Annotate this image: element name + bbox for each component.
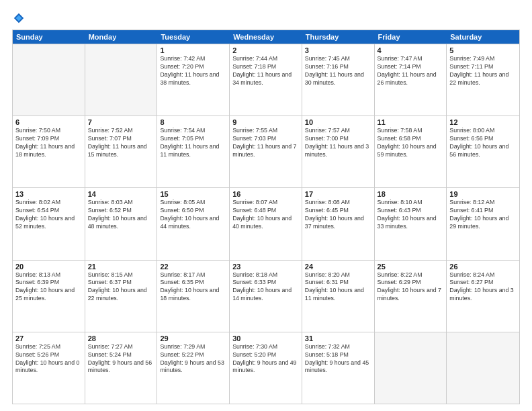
day-info: Sunrise: 8:05 AM Sunset: 6:50 PM Dayligh… xyxy=(160,199,226,231)
day-number: 11 xyxy=(378,118,444,126)
day-info: Sunrise: 8:15 AM Sunset: 6:37 PM Dayligh… xyxy=(88,271,154,304)
day-info: Sunrise: 8:07 AM Sunset: 6:48 PM Dayligh… xyxy=(232,199,299,231)
cal-cell: 9Sunrise: 7:55 AM Sunset: 7:03 PM Daylig… xyxy=(230,116,302,187)
cal-cell: 13Sunrise: 8:02 AM Sunset: 6:54 PM Dayli… xyxy=(13,188,85,259)
cal-cell: 6Sunrise: 7:50 AM Sunset: 7:09 PM Daylig… xyxy=(13,116,85,187)
header-day-saturday: Saturday xyxy=(447,30,519,44)
cal-cell: 1Sunrise: 7:42 AM Sunset: 7:20 PM Daylig… xyxy=(157,44,230,116)
cal-cell xyxy=(447,332,519,404)
cal-cell: 21Sunrise: 8:15 AM Sunset: 6:37 PM Dayli… xyxy=(85,261,158,332)
day-number: 22 xyxy=(160,263,226,271)
cal-cell: 22Sunrise: 8:17 AM Sunset: 6:35 PM Dayli… xyxy=(157,261,230,332)
day-info: Sunrise: 8:02 AM Sunset: 6:54 PM Dayligh… xyxy=(15,199,82,231)
day-number: 28 xyxy=(88,334,154,342)
day-info: Sunrise: 8:20 AM Sunset: 6:31 PM Dayligh… xyxy=(305,271,371,304)
day-info: Sunrise: 7:27 AM Sunset: 5:24 PM Dayligh… xyxy=(88,343,154,375)
day-number: 7 xyxy=(88,118,154,126)
calendar-body: 1Sunrise: 7:42 AM Sunset: 7:20 PM Daylig… xyxy=(13,44,519,404)
day-number: 8 xyxy=(160,118,226,126)
calendar-header: SundayMondayTuesdayWednesdayThursdayFrid… xyxy=(13,30,519,44)
day-info: Sunrise: 8:08 AM Sunset: 6:45 PM Dayligh… xyxy=(305,199,371,231)
header-day-friday: Friday xyxy=(375,30,447,44)
cal-cell: 28Sunrise: 7:27 AM Sunset: 5:24 PM Dayli… xyxy=(85,332,158,404)
day-info: Sunrise: 7:44 AM Sunset: 7:18 PM Dayligh… xyxy=(232,55,299,87)
logo-icon xyxy=(13,12,25,24)
week-row-5: 27Sunrise: 7:25 AM Sunset: 5:26 PM Dayli… xyxy=(13,332,519,404)
cal-cell xyxy=(85,44,158,116)
day-number: 1 xyxy=(160,46,226,54)
cal-cell: 20Sunrise: 8:13 AM Sunset: 6:39 PM Dayli… xyxy=(13,261,85,332)
day-info: Sunrise: 7:47 AM Sunset: 7:14 PM Dayligh… xyxy=(378,55,444,87)
day-number: 26 xyxy=(449,263,517,271)
day-number: 5 xyxy=(449,46,517,54)
header-day-thursday: Thursday xyxy=(302,30,375,44)
logo xyxy=(12,12,26,24)
day-number: 16 xyxy=(232,190,299,198)
day-info: Sunrise: 8:12 AM Sunset: 6:41 PM Dayligh… xyxy=(449,199,517,231)
day-number: 20 xyxy=(15,263,82,271)
cal-cell: 3Sunrise: 7:45 AM Sunset: 7:16 PM Daylig… xyxy=(302,44,375,116)
cal-cell: 29Sunrise: 7:29 AM Sunset: 5:22 PM Dayli… xyxy=(157,332,230,404)
cal-cell: 14Sunrise: 8:03 AM Sunset: 6:52 PM Dayli… xyxy=(85,188,158,259)
week-row-1: 1Sunrise: 7:42 AM Sunset: 7:20 PM Daylig… xyxy=(13,44,519,116)
day-info: Sunrise: 8:00 AM Sunset: 6:56 PM Dayligh… xyxy=(449,127,517,159)
cal-cell: 7Sunrise: 7:52 AM Sunset: 7:07 PM Daylig… xyxy=(85,116,158,187)
day-number: 29 xyxy=(160,334,226,342)
cal-cell: 2Sunrise: 7:44 AM Sunset: 7:18 PM Daylig… xyxy=(230,44,302,116)
cal-cell: 18Sunrise: 8:10 AM Sunset: 6:43 PM Dayli… xyxy=(375,188,447,259)
day-number: 31 xyxy=(305,334,371,342)
cal-cell: 4Sunrise: 7:47 AM Sunset: 7:14 PM Daylig… xyxy=(375,44,447,116)
week-row-2: 6Sunrise: 7:50 AM Sunset: 7:09 PM Daylig… xyxy=(13,116,519,187)
cal-cell: 17Sunrise: 8:08 AM Sunset: 6:45 PM Dayli… xyxy=(302,188,375,259)
day-number: 12 xyxy=(449,118,517,126)
day-info: Sunrise: 7:45 AM Sunset: 7:16 PM Dayligh… xyxy=(305,55,371,87)
header-day-tuesday: Tuesday xyxy=(157,30,230,44)
day-info: Sunrise: 8:13 AM Sunset: 6:39 PM Dayligh… xyxy=(15,271,82,304)
header-day-sunday: Sunday xyxy=(13,30,85,44)
header-day-monday: Monday xyxy=(85,30,158,44)
day-number: 19 xyxy=(449,190,517,198)
day-number: 6 xyxy=(15,118,82,126)
cal-cell: 25Sunrise: 8:22 AM Sunset: 6:29 PM Dayli… xyxy=(375,261,447,332)
day-info: Sunrise: 8:17 AM Sunset: 6:35 PM Dayligh… xyxy=(160,271,226,304)
day-info: Sunrise: 8:10 AM Sunset: 6:43 PM Dayligh… xyxy=(378,199,444,231)
cal-cell: 11Sunrise: 7:58 AM Sunset: 6:58 PM Dayli… xyxy=(375,116,447,187)
day-info: Sunrise: 7:30 AM Sunset: 5:20 PM Dayligh… xyxy=(232,343,299,375)
header-day-wednesday: Wednesday xyxy=(230,30,302,44)
cal-cell: 8Sunrise: 7:54 AM Sunset: 7:05 PM Daylig… xyxy=(157,116,230,187)
day-number: 9 xyxy=(232,118,299,126)
day-info: Sunrise: 7:32 AM Sunset: 5:18 PM Dayligh… xyxy=(305,343,371,375)
cal-cell: 15Sunrise: 8:05 AM Sunset: 6:50 PM Dayli… xyxy=(157,188,230,259)
cal-cell: 23Sunrise: 8:18 AM Sunset: 6:33 PM Dayli… xyxy=(230,261,302,332)
cal-cell xyxy=(13,44,85,116)
cal-cell: 26Sunrise: 8:24 AM Sunset: 6:27 PM Dayli… xyxy=(447,261,519,332)
day-number: 18 xyxy=(378,190,444,198)
cal-cell: 5Sunrise: 7:49 AM Sunset: 7:11 PM Daylig… xyxy=(447,44,519,116)
cal-cell: 12Sunrise: 8:00 AM Sunset: 6:56 PM Dayli… xyxy=(447,116,519,187)
day-info: Sunrise: 8:18 AM Sunset: 6:33 PM Dayligh… xyxy=(232,271,299,304)
day-info: Sunrise: 7:29 AM Sunset: 5:22 PM Dayligh… xyxy=(160,343,226,375)
logo-text xyxy=(12,12,26,24)
day-number: 3 xyxy=(305,46,371,54)
day-info: Sunrise: 7:50 AM Sunset: 7:09 PM Dayligh… xyxy=(15,127,82,159)
page: SundayMondayTuesdayWednesdayThursdayFrid… xyxy=(0,0,532,411)
day-number: 27 xyxy=(15,334,82,342)
day-info: Sunrise: 7:42 AM Sunset: 7:20 PM Dayligh… xyxy=(160,55,226,87)
header xyxy=(12,12,520,24)
day-info: Sunrise: 7:58 AM Sunset: 6:58 PM Dayligh… xyxy=(378,127,444,159)
cal-cell: 27Sunrise: 7:25 AM Sunset: 5:26 PM Dayli… xyxy=(13,332,85,404)
day-number: 23 xyxy=(232,263,299,271)
day-number: 10 xyxy=(305,118,371,126)
day-info: Sunrise: 8:03 AM Sunset: 6:52 PM Dayligh… xyxy=(88,199,154,231)
week-row-3: 13Sunrise: 8:02 AM Sunset: 6:54 PM Dayli… xyxy=(13,187,519,259)
day-info: Sunrise: 7:52 AM Sunset: 7:07 PM Dayligh… xyxy=(88,127,154,159)
day-info: Sunrise: 7:55 AM Sunset: 7:03 PM Dayligh… xyxy=(232,127,299,159)
day-number: 13 xyxy=(15,190,82,198)
cal-cell: 31Sunrise: 7:32 AM Sunset: 5:18 PM Dayli… xyxy=(302,332,375,404)
cal-cell: 16Sunrise: 8:07 AM Sunset: 6:48 PM Dayli… xyxy=(230,188,302,259)
cal-cell: 30Sunrise: 7:30 AM Sunset: 5:20 PM Dayli… xyxy=(230,332,302,404)
day-number: 30 xyxy=(232,334,299,342)
day-number: 4 xyxy=(378,46,444,54)
day-number: 21 xyxy=(88,263,154,271)
cal-cell: 24Sunrise: 8:20 AM Sunset: 6:31 PM Dayli… xyxy=(302,261,375,332)
